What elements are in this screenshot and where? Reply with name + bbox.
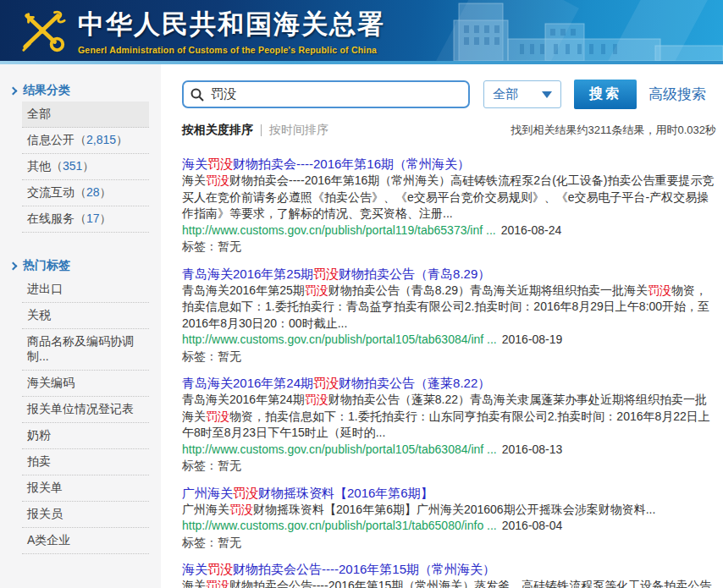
category-count-paren: ） (100, 212, 112, 225)
chevron-down-icon (542, 91, 552, 98)
highlighted-keyword: 罚没 (207, 157, 233, 171)
sort-bar: 按相关度排序 按时间排序 找到相关结果约3211条结果，用时0.032秒 (182, 123, 716, 138)
result-url[interactable]: http://www.customs.gov.cn/publish/portal… (182, 519, 497, 532)
result-url-line: http://www.customs.gov.cn/publish/portal… (182, 518, 716, 535)
search-button[interactable]: 搜索 (574, 80, 637, 109)
result-url[interactable]: http://www.customs.gov.cn/publish/portal… (182, 442, 497, 456)
sidebar-hot-tag-item[interactable]: A类企业 (22, 528, 149, 554)
category-count-paren: ） (82, 159, 94, 173)
scope-select[interactable]: 全部 (483, 80, 561, 108)
sort-by-time[interactable]: 按时间排序 (269, 123, 328, 138)
search-row: 全部 搜索 高级搜索 (182, 80, 716, 109)
result-snippet: 青岛海关2016年第24期罚没财物拍卖公告（蓬莱8.22）青岛海关隶属蓬莱办事处… (182, 392, 716, 442)
category-count-paren: （ (51, 159, 63, 173)
highlighted-keyword: 罚没 (206, 409, 229, 423)
search-input[interactable] (211, 87, 461, 102)
category-count: 351 (63, 159, 82, 173)
category-count-paren: （ (75, 185, 86, 199)
highlighted-keyword: 罚没 (206, 173, 229, 187)
result-url[interactable]: http://www.customs.gov.cn/publish/portal… (182, 223, 496, 237)
sidebar-category-item[interactable]: 在线服务（17） (22, 206, 149, 233)
result-url-line: http://www.customs.gov.cn/publish/portal… (182, 223, 716, 239)
sidebar-hot-tag-item[interactable]: 关税 (22, 303, 149, 329)
highlighted-keyword: 罚没 (648, 283, 671, 297)
search-result: 海关罚没财物拍卖会公告----2016年第15期（常州海关）海关罚没财物拍卖会公… (182, 560, 716, 588)
category-count-paren: （ (75, 212, 86, 225)
result-title-link[interactable]: 青岛海关2016年第24期罚没财物拍卖公告（蓬莱8.22） (182, 374, 716, 392)
sidebar-hot-tag-item[interactable]: 奶粉 (22, 423, 149, 449)
category-label: 信息公开 (27, 133, 75, 146)
category-list: 全部信息公开（2,815）其他（351）交流互动（28）在线服务（17） (22, 102, 149, 233)
highlighted-keyword: 罚没 (206, 579, 229, 588)
site-title: 中华人民共和国海关总署 (78, 7, 385, 42)
advanced-search-link[interactable]: 高级搜索 (648, 85, 706, 104)
header: 中华人民共和国海关总署 Generl Administration of Cus… (0, 0, 723, 61)
highlighted-keyword: 罚没 (313, 376, 339, 390)
sort-divider (261, 124, 262, 136)
highlighted-keyword: 罚没 (313, 267, 339, 281)
sort-by-relevance[interactable]: 按相关度排序 (182, 123, 253, 138)
search-result: 海关罚没财物拍卖会----2016年第16期（常州海关）海关罚没财物拍卖会---… (182, 155, 716, 256)
sidebar-hot-tag-item[interactable]: 商品名称及编码协调制... (22, 329, 149, 371)
search-result: 广州海关罚没财物摇珠资料【2016年第6期】广州海关罚没财物摇珠资料【2016年… (182, 484, 716, 552)
result-url-line: http://www.customs.gov.cn/publish/portal… (182, 332, 716, 349)
search-box (182, 80, 470, 108)
result-categories-title: 结果分类 (23, 83, 70, 98)
sidebar-category-item[interactable]: 交流互动（28） (22, 180, 149, 206)
category-label: 交流互动 (27, 185, 75, 199)
category-count: 28 (86, 185, 100, 199)
sidebar: 结果分类 全部信息公开（2,815）其他（351）交流互动（28）在线服务（17… (0, 64, 161, 588)
sidebar-hot-tag-item[interactable]: 海关编码 (22, 371, 149, 397)
header-titles: 中华人民共和国海关总署 Generl Administration of Cus… (78, 7, 385, 55)
chevron-right-icon (9, 261, 18, 270)
category-label: 在线服务 (27, 212, 75, 225)
result-date: 2016-08-04 (502, 519, 563, 532)
result-tag: 标签：暂无 (182, 239, 716, 256)
highlighted-keyword: 罚没 (233, 486, 258, 500)
scope-selected-value: 全部 (493, 86, 518, 102)
category-label: 全部 (27, 107, 51, 120)
hot-tags-heading: 热门标签 (10, 258, 161, 273)
result-title-link[interactable]: 广州海关罚没财物摇珠资料【2016年第6期】 (182, 484, 716, 502)
search-icon (190, 88, 204, 102)
sidebar-category-item[interactable]: 其他（351） (22, 154, 149, 180)
search-result: 青岛海关2016年第24期罚没财物拍卖公告（蓬莱8.22）青岛海关2016年第2… (182, 374, 716, 475)
results-list: 海关罚没财物拍卖会----2016年第16期（常州海关）海关罚没财物拍卖会---… (182, 155, 716, 588)
result-date: 2016-08-24 (501, 223, 562, 237)
result-date: 2016-08-19 (502, 332, 563, 346)
sidebar-hot-tag-item[interactable]: 报关员 (22, 502, 149, 528)
category-count: 2,815 (86, 133, 116, 146)
search-result: 青岛海关2016年第25期罚没财物拍卖公告（青岛8.29）青岛海关2016年第2… (182, 265, 716, 365)
result-snippet: 海关罚没财物拍卖会----2016年第16期（常州海关）高硅铸铁流程泵2台(化工… (182, 173, 716, 223)
result-categories-heading: 结果分类 (10, 83, 161, 98)
customs-emblem-icon (17, 6, 69, 55)
result-tag: 标签：暂无 (182, 535, 716, 552)
result-stats: 找到相关结果约3211条结果，用时0.032秒 (511, 123, 717, 138)
result-tag: 标签：暂无 (182, 349, 716, 365)
result-categories-section: 结果分类 全部信息公开（2,815）其他（351）交流互动（28）在线服务（17… (10, 83, 161, 233)
result-date: 2016-08-13 (502, 442, 563, 456)
content-layout: 结果分类 全部信息公开（2,815）其他（351）交流互动（28）在线服务（17… (0, 64, 723, 588)
page: 中华人民共和国海关总署 Generl Administration of Cus… (0, 0, 723, 588)
sidebar-category-item[interactable]: 信息公开（2,815） (22, 128, 149, 154)
highlighted-keyword: 罚没 (305, 283, 328, 297)
category-count-paren: ） (116, 133, 128, 146)
hot-tag-list: 进出口关税商品名称及编码协调制...海关编码报关单位情况登记表奶粉拍卖报关单报关… (22, 277, 149, 554)
result-snippet: 青岛海关2016年第25期罚没财物拍卖公告（青岛8.29）青岛海关近期将组织拍卖… (182, 283, 716, 332)
sidebar-hot-tag-item[interactable]: 报关单位情况登记表 (22, 397, 149, 423)
result-tag: 标签：暂无 (182, 458, 716, 475)
category-count: 17 (86, 212, 100, 225)
sidebar-hot-tag-item[interactable]: 报关单 (22, 475, 149, 502)
sidebar-hot-tag-item[interactable]: 进出口 (22, 277, 149, 303)
result-url[interactable]: http://www.customs.gov.cn/publish/portal… (182, 332, 497, 346)
hot-tags-title: 热门标签 (23, 258, 70, 273)
result-title-link[interactable]: 海关罚没财物拍卖会公告----2016年第15期（常州海关） (182, 560, 716, 578)
highlighted-keyword: 罚没 (207, 562, 233, 576)
category-count-paren: （ (75, 133, 86, 146)
category-count-paren: ） (100, 185, 112, 199)
result-title-link[interactable]: 海关罚没财物拍卖会----2016年第16期（常州海关） (182, 155, 716, 173)
sidebar-category-item[interactable]: 全部 (22, 102, 149, 128)
sidebar-hot-tag-item[interactable]: 拍卖 (22, 449, 149, 475)
highlighted-keyword: 罚没 (229, 503, 253, 516)
result-title-link[interactable]: 青岛海关2016年第25期罚没财物拍卖公告（青岛8.29） (182, 265, 716, 283)
